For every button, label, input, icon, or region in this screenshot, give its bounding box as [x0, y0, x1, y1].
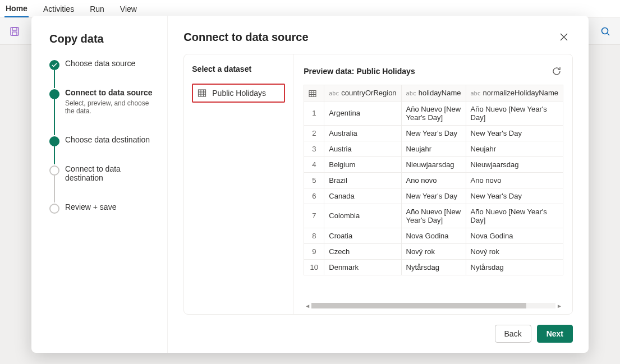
- cell-countryorregion: Austria: [324, 141, 401, 156]
- dataset-item-label: Public Holidays: [212, 89, 266, 98]
- table-header-row: abccountryOrRegion abcholidayName abcnor…: [304, 85, 563, 102]
- table-row[interactable]: 2AustraliaNew Year's DayNew Year's Day: [304, 125, 563, 141]
- cell-normalizeholidayname: New Year's Day: [466, 188, 563, 204]
- preview-title: Preview data: Public Holidays: [304, 67, 415, 76]
- column-name: countryOrRegion: [341, 89, 396, 97]
- step-connect-to-data-destination[interactable]: Connect to data destination: [49, 164, 154, 202]
- table-icon: [309, 90, 316, 98]
- preview-table: abccountryOrRegion abcholidayName abcnor…: [304, 85, 563, 275]
- wizard-title: Copy data: [49, 33, 154, 45]
- row-number: 10: [304, 259, 324, 275]
- dot-icon: [49, 89, 59, 99]
- row-number: 8: [304, 228, 324, 243]
- rownum-header[interactable]: [304, 85, 324, 102]
- column-name: normalizeHolidayName: [483, 89, 558, 97]
- dataset-item-public-holidays[interactable]: Public Holidays: [192, 84, 285, 103]
- cell-holidayname: Neujahr: [401, 141, 466, 156]
- scroll-right-icon[interactable]: ►: [555, 303, 563, 309]
- table-row[interactable]: 6CanadaNew Year's DayNew Year's Day: [304, 188, 563, 204]
- cell-holidayname: Nový rok: [401, 243, 466, 259]
- cell-holidayname: Año Nuevo [New Year's Day]: [401, 204, 466, 228]
- type-tag: abc: [406, 90, 416, 96]
- step-label: Review + save: [65, 202, 154, 211]
- step-choose-data-source[interactable]: Choose data source: [49, 59, 154, 88]
- cell-holidayname: New Year's Day: [401, 125, 466, 141]
- refresh-button[interactable]: [550, 64, 563, 78]
- preview-table-scroll[interactable]: abccountryOrRegion abcholidayName abcnor…: [304, 85, 563, 298]
- content-card: Select a dataset Public Holidays Preview…: [183, 54, 573, 315]
- cell-countryorregion: Argentina: [324, 101, 401, 125]
- copy-data-dialog: Copy data Choose data source Connect to …: [31, 16, 589, 353]
- cell-normalizeholidayname: Ano novo: [466, 172, 563, 188]
- horizontal-scrollbar[interactable]: ◄ ►: [304, 302, 563, 310]
- column-header-countryorregion[interactable]: abccountryOrRegion: [324, 85, 401, 102]
- dot-icon: [49, 136, 59, 146]
- table-row[interactable]: 10DenmarkNytårsdagNytårsdag: [304, 259, 563, 275]
- cell-normalizeholidayname: Nieuwjaarsdag: [466, 156, 563, 172]
- cell-countryorregion: Denmark: [324, 259, 401, 275]
- cell-holidayname: Nytårsdag: [401, 259, 466, 275]
- table-row[interactable]: 9CzechNový rokNový rok: [304, 243, 563, 259]
- scroll-left-icon[interactable]: ◄: [304, 303, 311, 309]
- menu-view[interactable]: View: [119, 1, 138, 17]
- table-icon: [198, 89, 206, 98]
- table-row[interactable]: 7ColombiaAño Nuevo [New Year's Day]Año N…: [304, 204, 563, 228]
- cell-holidayname: Nieuwjaarsdag: [401, 156, 466, 172]
- cell-normalizeholidayname: New Year's Day: [466, 125, 563, 141]
- row-number: 3: [304, 141, 324, 156]
- cell-countryorregion: Australia: [324, 125, 401, 141]
- column-header-holidayname[interactable]: abcholidayName: [401, 85, 466, 102]
- step-choose-data-destination[interactable]: Choose data destination: [49, 135, 154, 164]
- dataset-pane-title: Select a dataset: [192, 64, 285, 73]
- cell-normalizeholidayname: Nytårsdag: [466, 259, 563, 275]
- row-number: 2: [304, 125, 324, 141]
- back-button[interactable]: Back: [495, 325, 531, 343]
- next-button[interactable]: Next: [537, 325, 573, 343]
- cell-countryorregion: Belgium: [324, 156, 401, 172]
- step-label: Choose data source: [65, 59, 154, 68]
- cell-holidayname: Nova Godina: [401, 228, 466, 243]
- type-tag: abc: [329, 90, 339, 96]
- preview-pane: Preview data: Public Holidays: [293, 54, 572, 314]
- cell-countryorregion: Czech: [324, 243, 401, 259]
- cell-normalizeholidayname: Año Nuevo [New Year's Day]: [466, 204, 563, 228]
- close-button[interactable]: [555, 28, 573, 46]
- table-row[interactable]: 1ArgentinaAño Nuevo [New Year's Day]Año …: [304, 101, 563, 125]
- table-row[interactable]: 3AustriaNeujahrNeujahr: [304, 141, 563, 156]
- panel-title: Connect to data source: [183, 31, 308, 44]
- type-tag: abc: [471, 90, 481, 96]
- row-number: 9: [304, 243, 324, 259]
- step-label: Connect to data destination: [65, 164, 154, 182]
- step-label: Choose data destination: [65, 135, 154, 144]
- row-number: 4: [304, 156, 324, 172]
- step-connect-to-data-source[interactable]: Connect to data source Select, preview, …: [49, 88, 154, 135]
- scrollbar-thumb[interactable]: [311, 303, 526, 308]
- cell-normalizeholidayname: Nova Godina: [466, 228, 563, 243]
- row-number: 5: [304, 172, 324, 188]
- cell-normalizeholidayname: Nový rok: [466, 243, 563, 259]
- cell-countryorregion: Brazil: [324, 172, 401, 188]
- svg-rect-12: [309, 90, 316, 96]
- cell-countryorregion: Canada: [324, 188, 401, 204]
- menu-run[interactable]: Run: [89, 1, 105, 17]
- row-number: 1: [304, 101, 324, 125]
- dialog-footer: Back Next: [168, 315, 589, 353]
- cell-holidayname: Año Nuevo [New Year's Day]: [401, 101, 466, 125]
- cell-normalizeholidayname: Año Nuevo [New Year's Day]: [466, 101, 563, 125]
- step-label: Connect to data source: [65, 88, 154, 97]
- svg-rect-7: [199, 90, 206, 96]
- step-sublabel: Select, preview, and choose the data.: [65, 99, 154, 115]
- circle-icon: [49, 204, 59, 214]
- table-row[interactable]: 4BelgiumNieuwjaarsdagNieuwjaarsdag: [304, 156, 563, 172]
- step-review-save[interactable]: Review + save: [49, 202, 154, 232]
- table-row[interactable]: 5BrazilAno novoAno novo: [304, 172, 563, 188]
- cell-normalizeholidayname: Neujahr: [466, 141, 563, 156]
- dataset-pane: Select a dataset Public Holidays: [184, 54, 293, 314]
- scrollbar-track[interactable]: [311, 303, 555, 308]
- cell-countryorregion: Croatia: [324, 228, 401, 243]
- column-name: holidayName: [419, 89, 461, 97]
- column-header-normalizeholidayname[interactable]: abcnormalizeHolidayName: [466, 85, 563, 102]
- menu-activities[interactable]: Activities: [42, 1, 75, 17]
- table-row[interactable]: 8CroatiaNova GodinaNova Godina: [304, 228, 563, 243]
- menu-home[interactable]: Home: [4, 1, 29, 17]
